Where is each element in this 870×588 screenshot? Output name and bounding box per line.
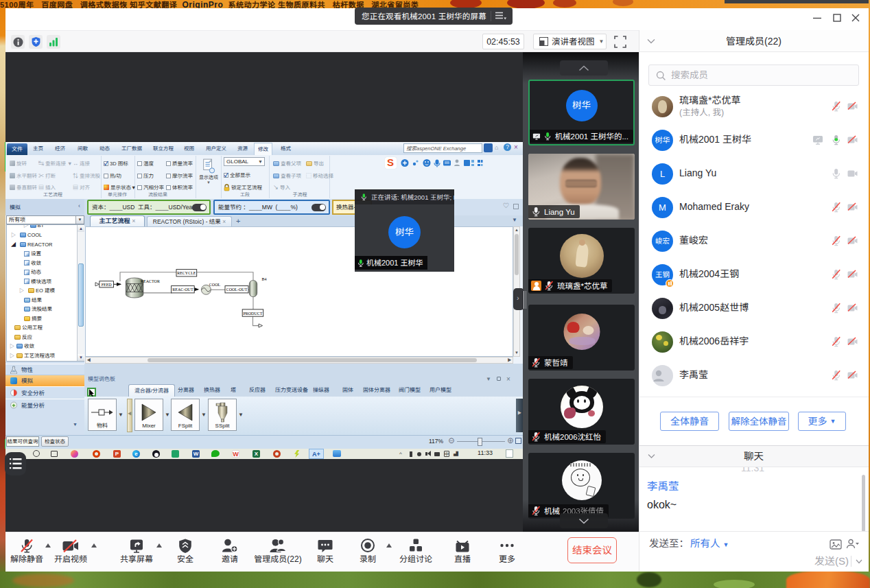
svg-text:RECYCLE: RECYCLE [177, 271, 196, 275]
svg-text:B4: B4 [261, 277, 266, 281]
svg-text:COOL-OUT: COOL-OUT [226, 287, 248, 292]
svg-text:REACTOR: REACTOR [141, 279, 160, 283]
svg-text:PRODUCT: PRODUCT [243, 311, 262, 316]
svg-text:REAC-OUT: REAC-OUT [172, 287, 193, 292]
svg-text:FEED: FEED [102, 283, 113, 287]
svg-text:COOL: COOL [209, 283, 221, 287]
